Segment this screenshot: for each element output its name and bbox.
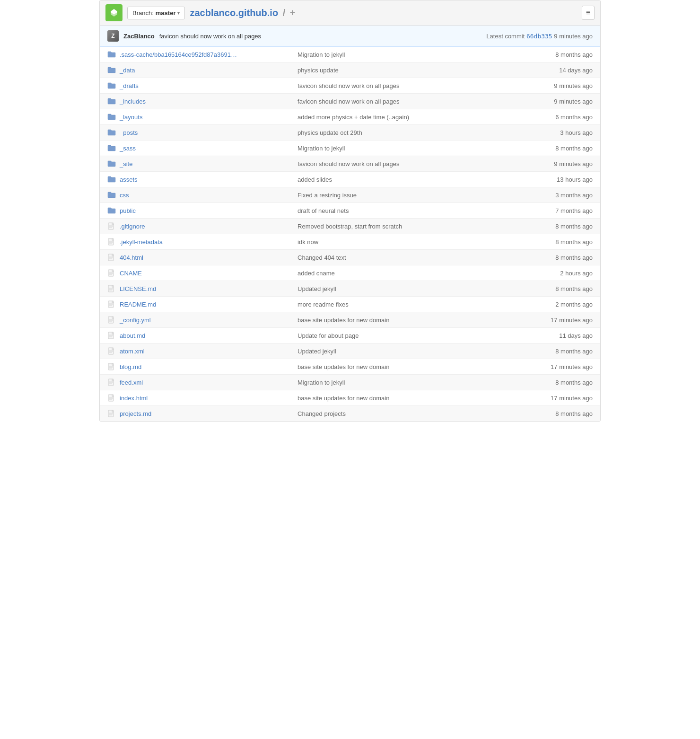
file-link[interactable]: _config.yml — [120, 317, 151, 324]
chevron-down-icon: ▾ — [177, 10, 180, 16]
file-name: atom.xml — [107, 347, 282, 355]
file-time: 8 months ago — [510, 141, 600, 156]
plus-icon: + — [290, 8, 296, 18]
file-link[interactable]: _data — [120, 67, 135, 74]
folder-icon — [107, 113, 116, 121]
folder-icon — [107, 82, 116, 89]
file-time: 2 months ago — [510, 297, 600, 312]
file-time: 8 months ago — [510, 281, 600, 297]
file-link[interactable]: _site — [120, 160, 132, 167]
file-commit-message: Updated jekyll — [290, 281, 510, 297]
file-name: .jekyll-metadata — [107, 238, 282, 246]
file-time: 8 months ago — [510, 250, 600, 265]
file-commit-message: Migration to jekyll — [290, 375, 510, 390]
file-link[interactable]: projects.md — [120, 410, 151, 417]
file-commit-message: base site updates for new domain — [290, 312, 510, 328]
file-link[interactable]: _drafts — [120, 82, 139, 89]
file-name: about.md — [107, 332, 282, 339]
table-row: .sass-cache/bba165164ce952fd87a3691… Mig… — [100, 47, 600, 62]
file-commit-message: favicon should now work on all pages — [290, 94, 510, 109]
file-time: 6 months ago — [510, 109, 600, 125]
file-time: 2 hours ago — [510, 265, 600, 281]
github-icon — [105, 4, 122, 21]
file-name: _data — [107, 66, 282, 74]
file-link[interactable]: _includes — [120, 98, 146, 105]
file-name: .sass-cache/bba165164ce952fd87a3691… — [107, 51, 282, 58]
file-link[interactable]: assets — [120, 176, 138, 183]
table-row: blog.md base site updates for new domain… — [100, 359, 600, 375]
file-name: _includes — [107, 97, 282, 105]
table-row: .gitignore Removed bootstrap, start from… — [100, 219, 600, 234]
commit-message: favicon should now work on all pages — [159, 33, 482, 40]
file-commit-message: favicon should now work on all pages — [290, 156, 510, 172]
file-name: _drafts — [107, 82, 282, 89]
file-link[interactable]: feed.xml — [120, 379, 143, 386]
file-link[interactable]: about.md — [120, 332, 145, 339]
file-link[interactable]: 404.html — [120, 254, 143, 261]
file-link[interactable]: atom.xml — [120, 348, 145, 355]
file-icon — [107, 347, 116, 355]
table-row: _posts physics update oct 29th3 hours ag… — [100, 125, 600, 141]
file-link[interactable]: blog.md — [120, 363, 141, 370]
table-row: CNAME added cname2 hours ago — [100, 265, 600, 281]
file-commit-message: physics update — [290, 62, 510, 78]
file-link[interactable]: .sass-cache/bba165164ce952fd87a3691… — [120, 51, 237, 58]
file-time: 8 months ago — [510, 47, 600, 62]
table-row: about.md Update for about page11 days ag… — [100, 328, 600, 343]
file-link[interactable]: _posts — [120, 129, 138, 136]
commit-author[interactable]: ZacBlanco — [123, 33, 155, 40]
file-commit-message: Fixed a resizing issue — [290, 187, 510, 203]
table-row: .jekyll-metadata idk now8 months ago — [100, 234, 600, 250]
list-view-button[interactable]: ≡ — [582, 6, 595, 20]
folder-icon — [107, 97, 116, 105]
table-row: index.html base site updates for new dom… — [100, 390, 600, 406]
file-name: _posts — [107, 129, 282, 136]
folder-icon — [107, 51, 116, 58]
file-link[interactable]: css — [120, 192, 129, 199]
file-icon — [107, 238, 116, 246]
table-row: README.md more readme fixes2 months ago — [100, 297, 600, 312]
file-icon — [107, 300, 116, 308]
folder-icon — [107, 207, 116, 214]
file-name: assets — [107, 176, 282, 183]
file-commit-message: Updated jekyll — [290, 343, 510, 359]
file-link[interactable]: LICENSE.md — [120, 285, 156, 292]
file-time: 3 months ago — [510, 187, 600, 203]
file-name: _layouts — [107, 113, 282, 121]
table-row: css Fixed a resizing issue3 months ago — [100, 187, 600, 203]
folder-icon — [107, 129, 116, 136]
file-link[interactable]: README.md — [120, 301, 156, 308]
file-name: README.md — [107, 300, 282, 308]
top-bar: Branch: master ▾ zacblanco.github.io / +… — [100, 0, 600, 26]
file-time: 7 months ago — [510, 203, 600, 219]
file-commit-message: added cname — [290, 265, 510, 281]
file-name: LICENSE.md — [107, 285, 282, 292]
file-icon — [107, 378, 116, 386]
file-link[interactable]: public — [120, 207, 136, 214]
file-commit-message: Update for about page — [290, 328, 510, 343]
file-icon — [107, 332, 116, 339]
file-name: blog.md — [107, 363, 282, 370]
file-link[interactable]: _layouts — [120, 114, 142, 121]
commit-hash-link[interactable]: 66db335 — [526, 33, 552, 40]
file-link[interactable]: .jekyll-metadata — [120, 238, 163, 246]
table-row: public draft of neural nets7 months ago — [100, 203, 600, 219]
slash: / — [283, 8, 286, 18]
file-link[interactable]: CNAME — [120, 270, 142, 277]
table-row: _site favicon should now work on all pag… — [100, 156, 600, 172]
file-link[interactable]: .gitignore — [120, 223, 145, 230]
file-commit-message: Migration to jekyll — [290, 47, 510, 62]
repo-link[interactable]: zacblanco.github.io — [190, 8, 278, 18]
file-time: 9 minutes ago — [510, 78, 600, 94]
file-commit-message: added more physics + date time (..again) — [290, 109, 510, 125]
file-time: 13 hours ago — [510, 172, 600, 187]
file-time: 17 minutes ago — [510, 312, 600, 328]
branch-selector[interactable]: Branch: master ▾ — [127, 7, 185, 19]
file-icon — [107, 222, 116, 230]
repo-title: zacblanco.github.io / + — [190, 8, 577, 18]
file-link[interactable]: _sass — [120, 145, 136, 152]
file-link[interactable]: index.html — [120, 395, 148, 402]
file-time: 8 months ago — [510, 219, 600, 234]
file-time: 9 minutes ago — [510, 156, 600, 172]
file-time: 8 months ago — [510, 375, 600, 390]
